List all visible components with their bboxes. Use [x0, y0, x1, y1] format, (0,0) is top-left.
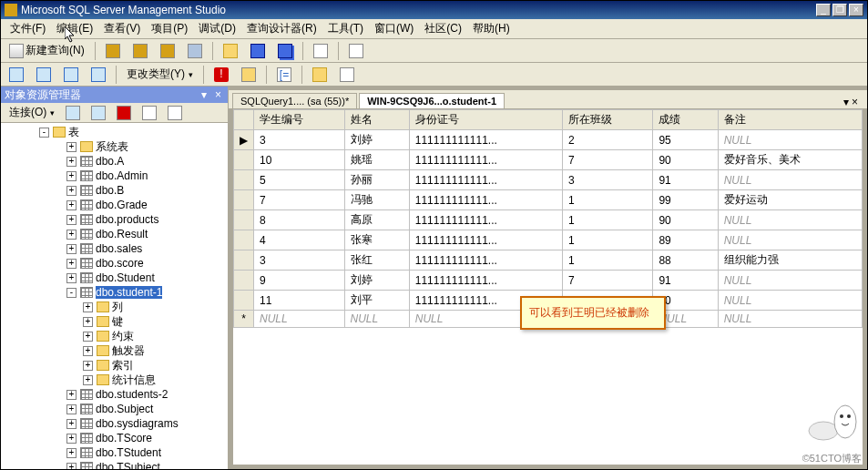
change-type-dropdown[interactable]: 更改类型(Y): [122, 64, 198, 85]
expander-icon[interactable]: +: [83, 302, 93, 312]
new-query-button[interactable]: 新建查询(N): [5, 40, 89, 61]
cell[interactable]: 90: [653, 210, 718, 230]
tree-label[interactable]: 系统表: [96, 139, 128, 155]
tree-node[interactable]: +列: [3, 300, 226, 314]
tree-node[interactable]: +dbo.Student: [3, 271, 226, 285]
expander-icon[interactable]: +: [66, 157, 77, 167]
tree-label[interactable]: dbo.TSubject: [96, 461, 160, 469]
save-button[interactable]: [246, 41, 270, 61]
panel-close-button[interactable]: ×: [212, 88, 224, 101]
cell[interactable]: 3: [562, 170, 653, 190]
tree-label[interactable]: dbo.products: [96, 213, 158, 226]
cell[interactable]: 111111111111...: [409, 150, 562, 170]
row-selector[interactable]: [234, 170, 254, 190]
document-tab[interactable]: WIN-9CSQ9J6...o.student-1: [359, 93, 505, 108]
addtable-button[interactable]: [308, 65, 332, 85]
expander-icon[interactable]: -: [66, 288, 77, 298]
expander-icon[interactable]: +: [66, 215, 77, 225]
cell[interactable]: 89: [653, 230, 718, 250]
toolbar-btn-5[interactable]: [309, 41, 332, 61]
cell[interactable]: 孙丽: [344, 170, 409, 190]
tree-node[interactable]: +dbo.products: [3, 212, 226, 227]
column-header[interactable]: 所在班级: [562, 110, 653, 130]
cell[interactable]: 11: [254, 291, 345, 311]
results-grid[interactable]: 学生编号姓名身份证号所在班级成绩备注▶3刘婷111111111111...295…: [232, 108, 863, 465]
tree-label[interactable]: dbo.Subject: [96, 403, 153, 415]
tree-label[interactable]: 表: [68, 125, 79, 140]
menu-item-8[interactable]: 社区(C): [419, 19, 467, 38]
column-header[interactable]: 成绩: [653, 110, 718, 130]
tree-node[interactable]: +dbo.score: [3, 256, 226, 271]
tree-label[interactable]: dbo.Admin: [96, 169, 148, 182]
tree-node[interactable]: +dbo.TScore: [3, 431, 226, 445]
column-header[interactable]: 身份证号: [409, 110, 562, 130]
cell[interactable]: 3: [254, 250, 345, 271]
expander-icon[interactable]: +: [66, 230, 77, 240]
cell[interactable]: 张寒: [344, 230, 409, 250]
cell[interactable]: 1: [562, 210, 653, 230]
expander-icon[interactable]: +: [83, 332, 93, 342]
row-selector[interactable]: *: [234, 311, 254, 328]
oe-btn-5[interactable]: [163, 103, 187, 123]
table-row[interactable]: 5孙丽111111111111...391NULL: [234, 170, 863, 190]
menu-item-0[interactable]: 文件(F): [5, 19, 51, 38]
cell[interactable]: 5: [254, 170, 345, 190]
tree-node[interactable]: +dbo.A: [3, 154, 226, 169]
oe-btn-2[interactable]: [87, 103, 110, 123]
tree-node[interactable]: +dbo.B: [3, 183, 226, 198]
cell[interactable]: 3: [254, 130, 345, 150]
cell[interactable]: 1: [562, 250, 653, 271]
expander-icon[interactable]: -: [39, 128, 49, 138]
table-row[interactable]: ▶3刘婷111111111111...295NULL: [234, 130, 863, 150]
cell[interactable]: 1: [562, 230, 653, 250]
criteria-pane-button[interactable]: [32, 65, 56, 85]
row-selector[interactable]: [234, 271, 254, 291]
tree-label[interactable]: 统计信息: [112, 373, 156, 388]
cell[interactable]: 组织能力强: [718, 250, 862, 271]
row-selector[interactable]: [234, 250, 254, 271]
tree-node[interactable]: +触发器: [3, 343, 226, 358]
cell[interactable]: 爱好运动: [718, 190, 862, 210]
cell[interactable]: 10: [254, 150, 345, 170]
toolbar-btn-4[interactable]: [183, 41, 207, 61]
cell[interactable]: 90: [653, 150, 718, 170]
expander-icon[interactable]: +: [83, 346, 93, 356]
toolbar2-btn[interactable]: [335, 65, 359, 85]
cell[interactable]: 爱好音乐、美术: [718, 150, 862, 170]
tree-label[interactable]: dbo.score: [96, 257, 144, 270]
cell[interactable]: NULL: [718, 170, 862, 190]
tree-label[interactable]: dbo.sales: [96, 242, 142, 255]
tree-label[interactable]: dbo.students-2: [96, 388, 168, 401]
cell[interactable]: 刘婷: [344, 271, 409, 291]
cell[interactable]: 7: [562, 150, 653, 170]
object-explorer-tree[interactable]: - 表 +系统表+dbo.A+dbo.Admin+dbo.B+dbo.Grade…: [1, 123, 228, 469]
window-close-button[interactable]: ×: [849, 4, 863, 16]
diagram-pane-button[interactable]: [5, 65, 28, 85]
document-tab[interactable]: SQLQuery1.... (sa (55))*: [232, 93, 357, 108]
cell[interactable]: NULL: [718, 291, 862, 311]
expander-icon[interactable]: +: [66, 434, 77, 444]
groupby-button[interactable]: [=: [272, 65, 296, 85]
tree-node[interactable]: +dbo.sales: [3, 241, 226, 256]
oe-btn-3[interactable]: [112, 103, 136, 123]
expander-icon[interactable]: +: [83, 375, 93, 385]
window-minimize-button[interactable]: _: [816, 4, 831, 16]
cell[interactable]: NULL: [718, 210, 862, 230]
results-pane-button[interactable]: [87, 65, 110, 85]
toolbar-btn-2[interactable]: [128, 41, 152, 61]
tree-label[interactable]: dbo.sysdiagrams: [96, 417, 179, 430]
tree-label[interactable]: dbo.Student: [96, 271, 155, 284]
table-row[interactable]: 9刘婷111111111111...791NULL: [234, 271, 863, 291]
cell[interactable]: 7: [562, 271, 653, 291]
tree-node[interactable]: +dbo.sysdiagrams: [3, 416, 226, 431]
tree-node[interactable]: +dbo.Subject: [3, 402, 226, 416]
table-row[interactable]: 7冯驰111111111111...199爱好运动: [234, 190, 863, 210]
cell[interactable]: 1: [562, 190, 653, 210]
cell[interactable]: 2: [562, 130, 653, 150]
menu-item-9[interactable]: 帮助(H): [467, 19, 516, 38]
panel-dropdown-button[interactable]: ▾: [199, 88, 209, 101]
cell[interactable]: 姚瑶: [344, 150, 409, 170]
connect-dropdown[interactable]: 连接(O): [5, 102, 59, 123]
execute-button[interactable]: !: [209, 65, 233, 85]
cell[interactable]: NULL: [718, 311, 862, 328]
